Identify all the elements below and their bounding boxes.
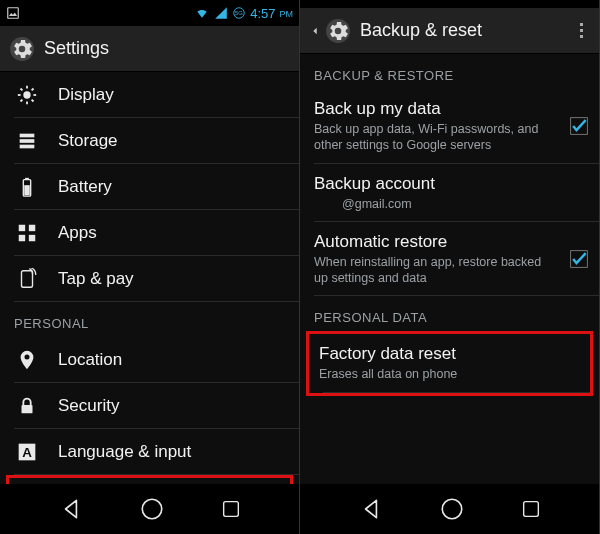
svg-rect-14 bbox=[20, 139, 35, 143]
nav-bar bbox=[0, 484, 299, 534]
svg-rect-15 bbox=[20, 145, 35, 149]
page-title: Settings bbox=[44, 38, 291, 59]
svg-rect-19 bbox=[19, 225, 25, 231]
svg-rect-17 bbox=[25, 178, 29, 180]
status-bar bbox=[300, 0, 599, 8]
row-label: Storage bbox=[58, 131, 285, 151]
back-icon[interactable] bbox=[308, 22, 322, 40]
lock-icon bbox=[14, 393, 40, 419]
backup-reset-list[interactable]: BACKUP & RESTORE Back up my data Back up… bbox=[300, 54, 599, 484]
pref-title: Automatic restore bbox=[314, 232, 585, 252]
settings-item-display[interactable]: Display bbox=[0, 72, 299, 118]
pref-automatic-restore[interactable]: Automatic restore When reinstalling an a… bbox=[300, 222, 599, 297]
pref-subtitle: @gmail.com bbox=[314, 196, 585, 212]
status-ampm: PM bbox=[280, 9, 294, 19]
row-label: Battery bbox=[58, 177, 285, 197]
wifi-icon bbox=[194, 6, 210, 20]
svg-point-27 bbox=[142, 499, 162, 519]
nav-home-button[interactable] bbox=[439, 496, 465, 522]
signal-icon bbox=[214, 6, 228, 20]
settings-item-location[interactable]: Location bbox=[0, 337, 299, 383]
svg-rect-20 bbox=[29, 225, 35, 231]
network-5g-icon: 5G bbox=[232, 6, 246, 20]
nav-recents-button[interactable] bbox=[220, 498, 242, 520]
nav-home-button[interactable] bbox=[139, 496, 165, 522]
row-label: Security bbox=[58, 396, 285, 416]
settings-item-storage[interactable]: Storage bbox=[0, 118, 299, 164]
svg-line-10 bbox=[32, 100, 34, 102]
settings-gear-icon[interactable] bbox=[8, 35, 36, 63]
settings-item-battery[interactable]: Battery bbox=[0, 164, 299, 210]
svg-rect-33 bbox=[523, 502, 538, 517]
svg-point-32 bbox=[442, 499, 462, 519]
svg-rect-18 bbox=[24, 185, 30, 195]
phone-left: 5G 4:57 PM Settings Display Storage bbox=[0, 0, 300, 534]
section-header-backup-restore: BACKUP & RESTORE bbox=[300, 54, 599, 89]
language-icon: A bbox=[14, 439, 40, 465]
settings-item-backup-reset[interactable]: Backup & reset bbox=[9, 478, 290, 484]
app-bar: Settings bbox=[0, 26, 299, 72]
svg-rect-21 bbox=[19, 235, 25, 241]
pref-backup-account[interactable]: Backup account @gmail.com bbox=[300, 164, 599, 222]
location-icon bbox=[14, 347, 40, 373]
battery-icon bbox=[14, 174, 40, 200]
checkbox-checked-icon[interactable] bbox=[569, 116, 589, 136]
row-label: Language & input bbox=[58, 442, 285, 462]
settings-item-security[interactable]: Security bbox=[0, 383, 299, 429]
settings-item-language[interactable]: A Language & input bbox=[0, 429, 299, 475]
row-label: Apps bbox=[58, 223, 285, 243]
status-bar: 5G 4:57 PM bbox=[0, 0, 299, 26]
settings-list[interactable]: Display Storage Battery Apps bbox=[0, 72, 299, 484]
settings-gear-icon[interactable] bbox=[324, 17, 352, 45]
apps-icon bbox=[14, 220, 40, 246]
nav-back-button[interactable] bbox=[358, 496, 384, 522]
svg-line-9 bbox=[20, 88, 22, 90]
app-bar: Backup & reset bbox=[300, 8, 599, 54]
brightness-icon bbox=[14, 82, 40, 108]
svg-line-11 bbox=[20, 100, 22, 102]
pref-factory-data-reset[interactable]: Factory data reset Erases all data on ph… bbox=[309, 334, 590, 392]
pref-title: Backup account bbox=[314, 174, 585, 194]
section-header-personal: PERSONAL bbox=[0, 302, 299, 337]
page-title: Backup & reset bbox=[360, 20, 571, 41]
svg-line-12 bbox=[32, 88, 34, 90]
svg-rect-28 bbox=[223, 502, 238, 517]
settings-item-apps[interactable]: Apps bbox=[0, 210, 299, 256]
row-label: Tap & pay bbox=[58, 269, 285, 289]
checkbox-checked-icon[interactable] bbox=[569, 249, 589, 269]
storage-icon bbox=[14, 128, 40, 154]
highlight-backup-reset: Backup & reset bbox=[6, 475, 293, 484]
svg-rect-24 bbox=[22, 405, 33, 413]
row-label: Display bbox=[58, 85, 285, 105]
status-time: 4:57 bbox=[250, 6, 275, 21]
svg-rect-22 bbox=[29, 235, 35, 241]
phone-right: Backup & reset BACKUP & RESTORE Back up … bbox=[300, 0, 600, 534]
svg-text:A: A bbox=[22, 445, 32, 460]
pref-subtitle: When reinstalling an app, restore backed… bbox=[314, 254, 585, 287]
nav-back-button[interactable] bbox=[58, 496, 84, 522]
section-header-personal-data: PERSONAL DATA bbox=[300, 296, 599, 331]
row-label: Location bbox=[58, 350, 285, 370]
pref-backup-my-data[interactable]: Back up my data Back up app data, Wi-Fi … bbox=[300, 89, 599, 164]
nav-recents-button[interactable] bbox=[520, 498, 542, 520]
svg-rect-0 bbox=[8, 8, 19, 19]
nav-bar bbox=[300, 484, 599, 534]
highlight-factory-reset: Factory data reset Erases all data on ph… bbox=[306, 331, 593, 395]
svg-text:5G: 5G bbox=[235, 10, 243, 16]
pref-title: Factory data reset bbox=[319, 344, 576, 364]
image-icon bbox=[6, 6, 20, 20]
pref-subtitle: Erases all data on phone bbox=[319, 366, 576, 382]
nfc-icon bbox=[14, 266, 40, 292]
svg-rect-23 bbox=[22, 271, 33, 288]
overflow-menu-icon[interactable] bbox=[571, 23, 591, 38]
settings-item-tap-pay[interactable]: Tap & pay bbox=[0, 256, 299, 302]
pref-title: Back up my data bbox=[314, 99, 585, 119]
svg-rect-13 bbox=[20, 134, 35, 138]
svg-point-4 bbox=[23, 91, 30, 98]
pref-subtitle: Back up app data, Wi-Fi passwords, and o… bbox=[314, 121, 585, 154]
